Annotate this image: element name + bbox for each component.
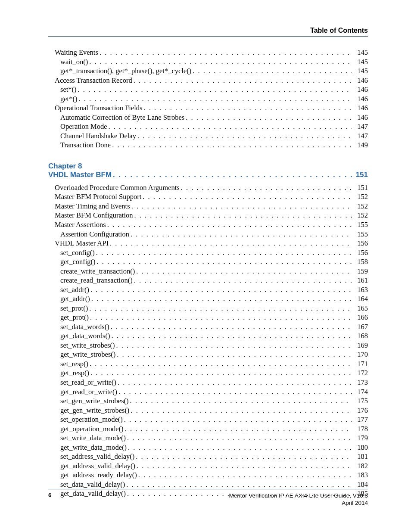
toc-entry[interactable]: get_address_ready_delay()183 bbox=[48, 470, 368, 480]
toc-entry[interactable]: set_addr()163 bbox=[48, 285, 368, 295]
toc-leader-dots bbox=[131, 202, 352, 211]
toc-entry[interactable]: get_resp()172 bbox=[48, 368, 368, 378]
toc-entry[interactable]: Master Assertions155 bbox=[48, 220, 368, 230]
toc-entry[interactable]: Master BFM Protocol Support152 bbox=[48, 192, 368, 202]
toc-leader-dots bbox=[117, 350, 352, 359]
toc-entry[interactable]: get_operation_mode()178 bbox=[48, 424, 368, 434]
toc-entry-title: Overloaded Procedure Common Arguments bbox=[55, 183, 180, 193]
toc-entry-page: 145 bbox=[353, 66, 368, 76]
toc-entry[interactable]: set_prot()165 bbox=[48, 304, 368, 313]
toc-entry[interactable]: get_write_data_mode()180 bbox=[48, 443, 368, 452]
toc-entry[interactable]: Assertion Configuration155 bbox=[48, 230, 368, 239]
chapter-title-row[interactable]: VHDL Master BFM 151 bbox=[48, 171, 368, 179]
toc-entry[interactable]: get_addr()164 bbox=[48, 294, 368, 304]
toc-entry[interactable]: wait_on()145 bbox=[48, 57, 368, 67]
toc-leader-dots bbox=[136, 267, 352, 276]
toc-entry[interactable]: set_config()156 bbox=[48, 248, 368, 258]
toc-entry-page: 159 bbox=[353, 267, 368, 276]
toc-entry[interactable]: create_write_transaction()159 bbox=[48, 267, 368, 276]
toc-entry[interactable]: get_data_words()168 bbox=[48, 331, 368, 341]
toc-entry[interactable]: Operation Mode147 bbox=[48, 122, 368, 131]
toc-entry-page: 161 bbox=[353, 276, 368, 285]
toc-leader-dots bbox=[126, 480, 352, 489]
footer-date: April 2014 bbox=[229, 499, 368, 507]
toc-leader-dots bbox=[97, 257, 352, 267]
toc-entry[interactable]: Automatic Correction of Byte Lane Strobe… bbox=[48, 113, 368, 122]
page-header: Table of Contents bbox=[48, 27, 368, 37]
toc-leader-dots bbox=[90, 368, 352, 378]
toc-entry-title: Master BFM Configuration bbox=[55, 211, 133, 220]
toc-entry-page: 147 bbox=[353, 131, 368, 141]
toc-entry[interactable]: set_data_words()167 bbox=[48, 322, 368, 332]
toc-entry-page: 179 bbox=[353, 433, 368, 443]
toc-entry-page: 152 bbox=[353, 211, 368, 220]
toc-entry[interactable]: get_write_strobes()170 bbox=[48, 350, 368, 359]
toc-entry[interactable]: get*()146 bbox=[48, 94, 368, 104]
toc-entry[interactable]: get_address_valid_delay()182 bbox=[48, 461, 368, 471]
toc-leader-dots bbox=[118, 387, 352, 397]
toc-entry-page: 173 bbox=[353, 378, 368, 387]
toc-leader-dots bbox=[131, 230, 352, 239]
toc-entry-title: get_write_strobes() bbox=[60, 350, 115, 359]
toc-entry[interactable]: Channel Handshake Delay147 bbox=[48, 131, 368, 141]
chapter-label: Chapter 8 bbox=[48, 162, 368, 171]
toc-leader-dots bbox=[125, 424, 352, 434]
toc-entry[interactable]: Access Transaction Record146 bbox=[48, 76, 368, 85]
toc-entry[interactable]: set_operation_mode()177 bbox=[48, 415, 368, 424]
toc-entry-title: get_data_words() bbox=[60, 331, 110, 341]
toc-entry-page: 178 bbox=[353, 424, 368, 434]
toc-entry[interactable]: create_read_transaction()161 bbox=[48, 276, 368, 285]
toc-entry[interactable]: Master BFM Configuration152 bbox=[48, 211, 368, 220]
toc-leader-dots bbox=[181, 183, 352, 193]
toc-entry[interactable]: get_config()158 bbox=[48, 257, 368, 267]
toc-entry[interactable]: get_gen_write_strobes()176 bbox=[48, 406, 368, 415]
toc-entry[interactable]: set*()146 bbox=[48, 85, 368, 94]
toc-entry[interactable]: get_prot()166 bbox=[48, 313, 368, 322]
toc-entry-page: 146 bbox=[353, 76, 368, 85]
toc-entry[interactable]: Operational Transaction Fields146 bbox=[48, 103, 368, 113]
toc-entry-page: 156 bbox=[353, 239, 368, 248]
toc-entry-title: Waiting Events bbox=[55, 48, 98, 57]
toc-leader-dots bbox=[134, 76, 352, 85]
toc-leader-dots bbox=[90, 285, 352, 295]
toc-entry[interactable]: get*_transaction(), get*_phase(), get*_c… bbox=[48, 66, 368, 76]
toc-entry-page: 152 bbox=[353, 202, 368, 211]
toc-entry[interactable]: set_gen_write_strobes()175 bbox=[48, 396, 368, 406]
toc-entry-title: set*() bbox=[60, 85, 77, 94]
toc-entry-title: set_prot() bbox=[60, 304, 88, 313]
toc-entry-page: 172 bbox=[353, 368, 368, 378]
toc-entry[interactable]: set_write_strobes()169 bbox=[48, 341, 368, 350]
toc-entry-title: Automatic Correction of Byte Lane Strobe… bbox=[60, 113, 184, 122]
toc-leader-dots bbox=[107, 220, 352, 230]
toc-entry-page: 152 bbox=[353, 192, 368, 202]
toc-leader-dots bbox=[89, 304, 352, 313]
toc-entry[interactable]: Transaction Done149 bbox=[48, 140, 368, 150]
toc-entry-title: get_address_ready_delay() bbox=[60, 470, 137, 480]
toc-entry[interactable]: Waiting Events145 bbox=[48, 48, 368, 57]
toc-leader-dots bbox=[100, 48, 352, 57]
toc-entry-page: 145 bbox=[353, 57, 368, 67]
toc-entry[interactable]: Overloaded Procedure Common Arguments151 bbox=[48, 183, 368, 193]
toc-entry-page: 184 bbox=[353, 480, 368, 489]
toc-entry[interactable]: set_write_data_mode()179 bbox=[48, 433, 368, 443]
toc-entry[interactable]: Master Timing and Events152 bbox=[48, 202, 368, 211]
toc-leader-dots bbox=[78, 94, 352, 104]
toc-entry-title: Channel Handshake Delay bbox=[60, 131, 136, 141]
toc-entry[interactable]: set_read_or_write()173 bbox=[48, 378, 368, 387]
toc-entry-title: wait_on() bbox=[60, 57, 88, 67]
toc-entry-title: set_write_data_mode() bbox=[60, 433, 126, 443]
toc-entry-page: 175 bbox=[353, 396, 368, 406]
toc-entry[interactable]: set_resp()171 bbox=[48, 359, 368, 369]
toc-entry[interactable]: set_address_valid_delay()181 bbox=[48, 452, 368, 461]
toc-leader-dots bbox=[109, 122, 352, 131]
toc-leader-dots bbox=[116, 341, 352, 350]
toc-entry-title: set_data_valid_delay() bbox=[60, 480, 125, 489]
toc-entry[interactable]: VHDL Master API156 bbox=[48, 239, 368, 248]
toc-entry-title: get_gen_write_strobes() bbox=[60, 406, 129, 415]
toc-entry-title: set_write_strobes() bbox=[60, 341, 115, 350]
toc-entry[interactable]: set_data_valid_delay()184 bbox=[48, 480, 368, 489]
toc-entry-title: Transaction Done bbox=[60, 140, 111, 150]
toc-entry[interactable]: get_read_or_write()174 bbox=[48, 387, 368, 397]
toc-leader-dots bbox=[90, 313, 352, 322]
toc-entry-title: set_address_valid_delay() bbox=[60, 452, 134, 461]
